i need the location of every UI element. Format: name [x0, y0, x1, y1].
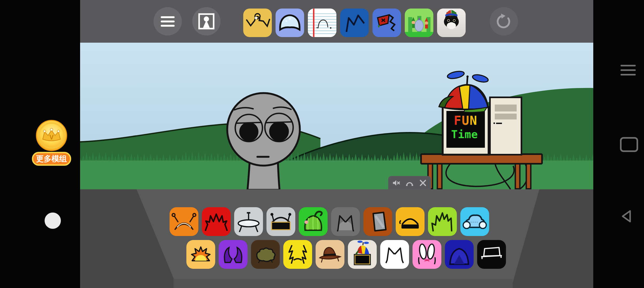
tower-power-dot	[493, 122, 495, 124]
hat-navy-hood[interactable]	[445, 240, 474, 269]
thumbnail-navy-zigzag-crown[interactable]	[340, 9, 369, 37]
thumbnail-notebook-sketch[interactable]	[308, 9, 336, 37]
stage-scene: FUN Time	[80, 43, 593, 189]
hat-gray-cat-ears[interactable]	[331, 207, 360, 236]
device-screen: V 更多模组	[0, 0, 644, 288]
navy-hood-glyph	[445, 240, 474, 269]
character-select-button[interactable]	[192, 7, 221, 35]
pink-bunny-ears-glyph	[413, 240, 441, 269]
propeller-cap-monitor-glyph	[348, 240, 377, 269]
hat-sunburst[interactable]	[186, 240, 215, 269]
hat-green-melon-hat[interactable]	[299, 207, 328, 236]
hat-bush-wig[interactable]	[251, 240, 280, 269]
silver-disc-pin-glyph	[234, 207, 263, 236]
tower-power-slot	[496, 123, 502, 124]
reset-button[interactable]	[490, 7, 518, 35]
hat-red-spiky-hair[interactable]	[202, 207, 231, 236]
headphones-glyph	[405, 178, 414, 187]
gnome-garden-cartoon-glyph	[405, 9, 433, 37]
portrait-icon	[197, 12, 215, 30]
table-leg	[437, 163, 442, 189]
left-letterbox: V 更多模组	[0, 0, 80, 288]
brown-fedora-glyph	[316, 240, 344, 269]
lightning-bolts-glyph	[283, 240, 312, 269]
silver-visor-antennae-glyph	[266, 207, 295, 236]
game-viewport: FUN Time	[80, 0, 593, 288]
blue-bonnet-glyph	[276, 9, 304, 37]
red-kite-flag-glyph	[372, 9, 401, 37]
hamburger-icon	[161, 16, 175, 18]
crown-letter: V	[49, 134, 54, 141]
white-cat-ears-glyph	[380, 240, 409, 269]
hat-brown-fedora[interactable]	[316, 240, 344, 269]
hat-white-cat-ears[interactable]	[380, 240, 409, 269]
right-pupil	[269, 122, 289, 141]
thumbnail-cat-propeller-photo[interactable]	[437, 9, 466, 37]
table-leg	[526, 163, 531, 189]
thumbnail-red-kite-flag[interactable]	[372, 9, 401, 37]
sound-close[interactable]	[418, 178, 427, 187]
purple-horns-glyph	[219, 240, 248, 269]
hat-propeller-cap-monitor[interactable]	[348, 240, 377, 269]
mute-speaker-glyph	[392, 178, 401, 187]
left-eyelid	[237, 122, 261, 123]
cyan-cloud-earmuffs-glyph	[460, 207, 489, 236]
hat-lightning-bolts[interactable]	[283, 240, 312, 269]
close-glyph	[418, 178, 427, 187]
more-mods-button[interactable]: V 更多模组	[32, 119, 72, 166]
hat-silver-visor-antennae[interactable]	[266, 207, 295, 236]
mod-thumbnail-strip	[243, 9, 466, 37]
crown-tip	[57, 130, 60, 133]
screen-text-line1: FUN	[454, 113, 477, 128]
tower-vent	[495, 114, 517, 119]
hamburger-icon-bar	[161, 21, 175, 22]
right-eyelid	[266, 122, 292, 123]
thumbnail-blue-bonnet[interactable]	[276, 9, 304, 37]
sound-mute-speaker[interactable]	[392, 178, 401, 187]
menu-button[interactable]	[154, 7, 182, 35]
thumbnail-gnome-garden-cartoon[interactable]	[405, 9, 433, 37]
hat-lime-spiky-hair[interactable]	[428, 207, 457, 236]
red-spiky-hair-glyph	[202, 207, 231, 236]
black-flat-hat-glyph	[477, 240, 506, 269]
rust-bucket-glyph	[363, 207, 392, 236]
hat-row-1	[170, 207, 489, 236]
hat-silver-disc-pin[interactable]	[234, 207, 263, 236]
bush-wig-glyph	[251, 240, 280, 269]
gold-crown-doodle-glyph	[243, 9, 272, 37]
green-melon-hat-glyph	[299, 207, 328, 236]
android-menu-button[interactable]	[619, 65, 637, 75]
more-mods-label: 更多模组	[36, 154, 67, 163]
thumbnail-gold-crown-doodle[interactable]	[243, 9, 272, 37]
hat-cyan-cloud-earmuffs[interactable]	[460, 207, 489, 236]
android-menu-icon-bar	[621, 74, 636, 75]
table-leg	[515, 163, 520, 189]
crown-tip	[44, 130, 46, 133]
android-menu-icon	[621, 65, 636, 66]
tower-vent	[495, 105, 517, 111]
top-toolbar	[80, 0, 593, 43]
hat-amber-pot-hat[interactable]	[396, 207, 425, 236]
right-letterbox	[593, 0, 644, 288]
reset-arrow-icon	[496, 13, 512, 30]
hamburger-icon-bar	[161, 25, 175, 27]
panel-front-edge	[174, 279, 513, 288]
gray-cat-ears-glyph	[331, 207, 360, 236]
hat-orange-antenna-band[interactable]	[170, 207, 198, 236]
sound-headphones[interactable]	[405, 178, 414, 187]
hat-purple-horns[interactable]	[219, 240, 248, 269]
hat-black-flat-hat[interactable]	[477, 240, 506, 269]
notebook-sketch-glyph	[308, 9, 336, 37]
hat-pink-bunny-ears[interactable]	[413, 240, 441, 269]
sunburst-glyph	[186, 240, 215, 269]
amber-pot-hat-glyph	[396, 207, 425, 236]
android-home-button[interactable]	[620, 137, 638, 152]
left-pupil	[239, 122, 258, 141]
crown-tip	[50, 128, 53, 131]
hat-rust-bucket[interactable]	[363, 207, 392, 236]
android-menu-icon-bar	[621, 69, 636, 71]
navy-zigzag-crown-glyph	[340, 9, 369, 37]
cat-propeller-photo-glyph	[437, 9, 466, 37]
android-back-button[interactable]	[619, 209, 635, 223]
floating-assistive-dot[interactable]	[45, 213, 61, 229]
